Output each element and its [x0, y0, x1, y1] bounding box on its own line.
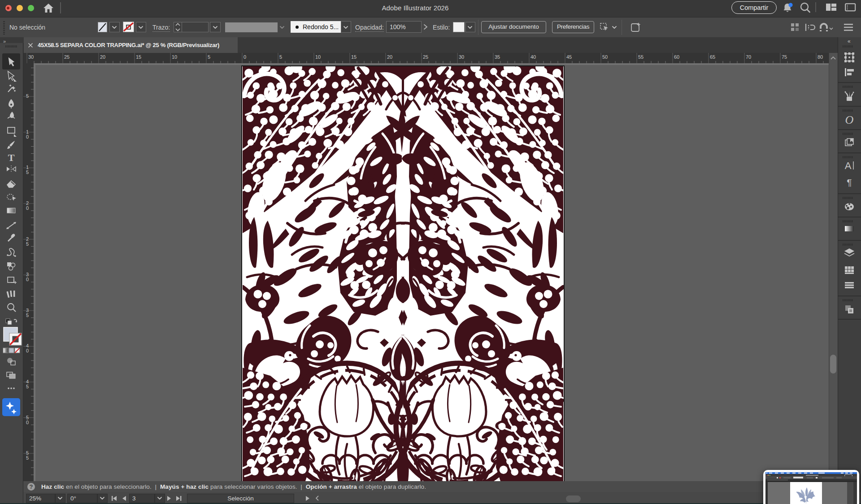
svg-text:A: A — [845, 160, 852, 171]
svg-text:O: O — [845, 113, 854, 126]
svg-text:¶: ¶ — [847, 177, 852, 187]
